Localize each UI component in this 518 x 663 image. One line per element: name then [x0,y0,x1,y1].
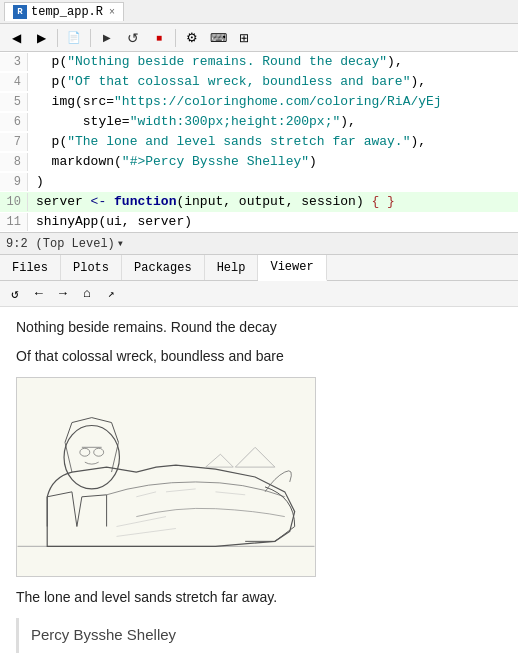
cursor-position: 9:2 [6,237,28,251]
svg-line-10 [166,489,196,492]
rerun-button[interactable]: ↺ [121,27,145,49]
svg-line-7 [117,517,167,527]
forward-button[interactable]: ▶ [29,27,53,49]
tab-filename: temp_app.R [31,5,103,19]
code-content-3[interactable]: p("Nothing beside remains. Round the dec… [28,52,518,72]
separator-2 [90,29,91,47]
r-file-icon: R [13,5,27,19]
code-line-8: 8 markdown("#>Percy Bysshe Shelley") [0,152,518,172]
code-line-9: 9 ) [0,172,518,192]
code-content-4[interactable]: p("Of that colossal wreck, boundless and… [28,72,518,92]
code-content-6[interactable]: style="width:300px;height:200px;"), [28,112,518,132]
source-button[interactable]: 📄 [62,27,86,49]
line-number-5: 5 [0,93,28,111]
code-line-7: 7 p("The lone and level sands stretch fa… [0,132,518,152]
line-number-10: 10 [0,193,28,211]
panel-toolbar: ↺ ← → ⌂ ↗ [0,281,518,307]
line-number-4: 4 [0,73,28,91]
stop-button[interactable]: ■ [147,27,171,49]
line-number-3: 3 [0,53,28,71]
viewer-line3: The lone and level sands stretch far awa… [16,587,502,608]
svg-point-1 [64,426,119,489]
line-number-6: 6 [0,113,28,131]
editor-toolbar: ◀ ▶ 📄 ▶ ↺ ■ ⚙ ⌨ ⊞ [0,24,518,52]
viewer-line2: Of that colossal wreck, boundless and ba… [16,346,502,367]
code-content-8[interactable]: markdown("#>Percy Bysshe Shelley") [28,152,518,172]
external-link-icon[interactable]: ↗ [100,284,122,304]
svg-line-8 [117,528,176,536]
separator-1 [57,29,58,47]
home-icon[interactable]: ⌂ [76,284,98,304]
viewer-blockquote: Percy Bysshe Shelley [16,618,502,653]
tab-plots[interactable]: Plots [61,255,122,280]
viewer-quote-text: Percy Bysshe Shelley [31,626,176,643]
top-bar: R temp_app.R × [0,0,518,24]
svg-point-3 [80,448,90,456]
tab-viewer[interactable]: Viewer [258,255,326,281]
code-content-11[interactable]: shinyApp(ui, server) [28,212,518,232]
scope-label: (Top Level) [36,237,115,251]
back-nav-icon[interactable]: ← [28,284,50,304]
grid-button[interactable]: ⊞ [232,27,256,49]
gear-button[interactable]: ⚙ [180,27,204,49]
svg-line-9 [136,492,156,497]
code-line-10: 10 server <- function(input, output, ses… [0,192,518,212]
terminal-button[interactable]: ⌨ [206,27,230,49]
refresh-icon[interactable]: ↺ [4,284,26,304]
tab-packages[interactable]: Packages [122,255,205,280]
line-number-9: 9 [0,173,28,191]
code-line-5: 5 img(src="https://coloringhome.com/colo… [0,92,518,112]
panel-tabs: Files Plots Packages Help Viewer [0,255,518,281]
line-number-7: 7 [0,133,28,151]
scope-chevron-icon: ▾ [117,236,124,251]
viewer-image-container [16,377,502,577]
code-content-9[interactable]: ) [28,172,518,192]
code-editor: 3 p("Nothing beside remains. Round the d… [0,52,518,233]
viewer-content: Nothing beside remains. Round the decay … [0,307,518,663]
nav-buttons: ◀ ▶ [4,27,53,49]
code-content-10[interactable]: server <- function(input, output, sessio… [28,192,518,212]
code-line-3: 3 p("Nothing beside remains. Round the d… [0,52,518,72]
svg-point-4 [94,448,104,456]
back-button[interactable]: ◀ [4,27,28,49]
code-line-4: 4 p("Of that colossal wreck, boundless a… [0,72,518,92]
tab-help[interactable]: Help [205,255,259,280]
code-content-5[interactable]: img(src="https://coloringhome.com/colori… [28,92,518,112]
tab-close-button[interactable]: × [109,7,115,18]
tab-files[interactable]: Files [0,255,61,280]
code-line-11: 11 shinyApp(ui, server) [0,212,518,232]
sphinx-image [16,377,316,577]
status-bar: 9:2 (Top Level) ▾ [0,233,518,255]
code-line-6: 6 style="width:300px;height:200px;"), [0,112,518,132]
separator-3 [175,29,176,47]
run-button[interactable]: ▶ [95,27,119,49]
line-number-11: 11 [0,213,28,231]
file-tab[interactable]: R temp_app.R × [4,2,124,21]
forward-nav-icon[interactable]: → [52,284,74,304]
svg-line-11 [216,492,246,495]
line-number-8: 8 [0,153,28,171]
viewer-line1: Nothing beside remains. Round the decay [16,317,502,338]
scope-selector[interactable]: (Top Level) ▾ [36,236,124,251]
code-content-7[interactable]: p("The lone and level sands stretch far … [28,132,518,152]
